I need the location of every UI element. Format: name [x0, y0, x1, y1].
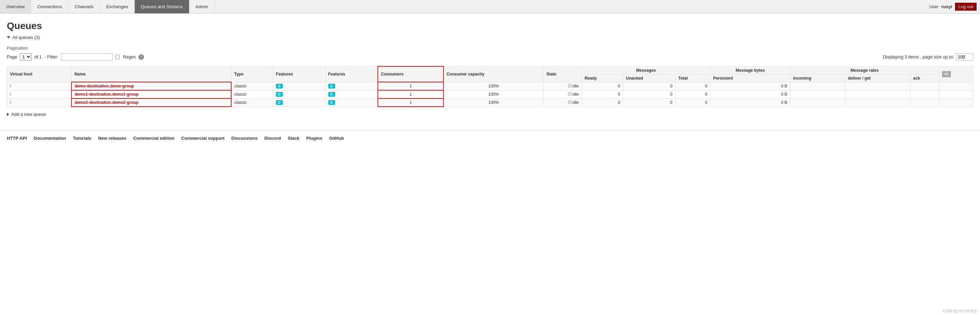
cell-feat1: D [273, 82, 325, 90]
cell-consumers: 1 [378, 82, 444, 90]
cell-total: 0 [675, 90, 710, 98]
col-toggle-button[interactable]: +/- [942, 71, 951, 77]
cell-type: classic [231, 82, 273, 90]
feature-badge: D [276, 100, 283, 105]
nav-overview[interactable]: Overview [0, 0, 31, 13]
col-type: Type [231, 66, 273, 82]
add-queue-row[interactable]: Add a new queue [7, 112, 973, 117]
all-queues-toggle[interactable]: All queues (3) [7, 35, 973, 40]
feature-badge: D [328, 92, 335, 97]
cell-persistent: 0 B [710, 98, 790, 107]
footer-link-discord[interactable]: Discord [264, 136, 281, 141]
cell-feat1: D [273, 90, 325, 98]
plus-minus-btn[interactable]: +/- [939, 66, 973, 82]
all-queues-label: All queues (3) [12, 35, 40, 40]
of-label: of 1 [34, 54, 42, 59]
footer-link-tutorials[interactable]: Tutorials [73, 136, 91, 141]
cell-feat2: D [325, 90, 378, 98]
footer-link-documentation[interactable]: Documentation [34, 136, 66, 141]
footer-link-new-releases[interactable]: New releases [98, 136, 126, 141]
help-icon[interactable]: ? [138, 54, 144, 60]
cell-unacked: 0 [623, 82, 675, 90]
pagination-row: Page 1 of 1 - Filter: Regex ? Displaying… [7, 53, 973, 60]
page-title: Queues [7, 21, 973, 32]
nav-admin[interactable]: Admin [189, 0, 215, 13]
cell-plus-minus [939, 98, 973, 107]
footer-link-commercial-edition[interactable]: Commercial edition [133, 136, 174, 141]
cell-state: idle [543, 98, 582, 107]
cell-feat2: D [325, 98, 378, 107]
cell-state: idle [543, 82, 582, 90]
cell-persistent: 0 B [710, 82, 790, 90]
state-dot [568, 100, 571, 104]
user-section: User ruoyi Log out [926, 0, 980, 13]
col-name: Name [72, 66, 231, 82]
cell-type: classic [231, 98, 273, 107]
col-features1: Features [273, 66, 325, 82]
user-label: User [929, 4, 938, 9]
cell-name: demo2-destination.demo2-group [72, 98, 231, 107]
displaying-label: Displaying 3 items , page size up to: [883, 54, 954, 59]
page-select[interactable]: 1 [20, 53, 32, 60]
nav-connections[interactable]: Connections [31, 0, 68, 13]
col-state: State [543, 66, 582, 82]
add-queue-icon [7, 113, 9, 116]
col-incoming: incoming [790, 74, 845, 82]
cell-total: 0 [675, 98, 710, 107]
username: ruoyi [941, 4, 952, 9]
cell-consumer-capacity: 100% [444, 90, 543, 98]
cell-unacked: 0 [623, 98, 675, 107]
cell-name: demo-destination.demo-group [72, 82, 231, 90]
page-content: Queues All queues (3) Pagination Page 1 … [0, 14, 980, 130]
cell-incoming [790, 90, 845, 98]
footer-link-slack[interactable]: Slack [288, 136, 299, 141]
col-features2: Features [325, 66, 378, 82]
col-unacked: Unacked [623, 74, 675, 82]
cell-ready: 0 [582, 98, 623, 107]
footer-link-commercial-support[interactable]: Commercial support [181, 136, 224, 141]
cell-ack [910, 90, 939, 98]
col-group-messages: Messages [582, 66, 710, 74]
pagination-right: Displaying 3 items , page size up to: 10… [883, 53, 973, 60]
cell-vhost: / [7, 90, 72, 98]
col-persistent: Persistent [710, 74, 790, 82]
cell-ack [910, 98, 939, 107]
regex-checkbox[interactable] [115, 55, 120, 59]
cell-state: idle [543, 90, 582, 98]
logout-button[interactable]: Log out [955, 3, 977, 11]
footer-link-github[interactable]: GitHub [329, 136, 344, 141]
cell-deliver-get [845, 82, 910, 90]
cell-ready: 0 [582, 90, 623, 98]
cell-consumers: 1 [378, 90, 444, 98]
cell-total: 0 [675, 82, 710, 90]
nav-exchanges[interactable]: Exchanges [100, 0, 134, 13]
col-virtual-host: Virtual host [7, 66, 72, 82]
feature-badge: D [276, 84, 283, 89]
cell-vhost: / [7, 98, 72, 107]
footer-link-http-api[interactable]: HTTP API [7, 136, 27, 141]
footer: HTTP APIDocumentationTutorialsNew releas… [0, 130, 980, 146]
regex-label: Regex [123, 54, 136, 59]
col-group-message-rates: Message rates [790, 66, 939, 74]
cell-feat2: D [325, 82, 378, 90]
top-navigation: Overview Connections Channels Exchanges … [0, 0, 980, 14]
filter-label: - Filter: [45, 54, 58, 59]
cell-ack [910, 82, 939, 90]
cell-plus-minus [939, 82, 973, 90]
cell-feat1: D [273, 98, 325, 107]
page-size-input[interactable]: 100 [956, 53, 973, 60]
cell-deliver-get [845, 98, 910, 107]
nav-channels[interactable]: Channels [68, 0, 100, 13]
nav-queues-streams[interactable]: Queues and Streams [135, 0, 189, 13]
footer-link-discussions[interactable]: Discussions [231, 136, 258, 141]
footer-link-plugins[interactable]: Plugins [306, 136, 323, 141]
page-label: Page [7, 54, 17, 59]
col-consumer-capacity: Consumer capacity [444, 66, 543, 82]
table-row: /demo-destination.demo-groupclassicDD110… [7, 82, 973, 90]
filter-input[interactable] [61, 53, 113, 60]
state-dot [568, 92, 571, 96]
col-total: Total [675, 74, 710, 82]
cell-consumer-capacity: 100% [444, 82, 543, 90]
cell-deliver-get [845, 90, 910, 98]
pagination-section-label: Pagination [7, 46, 973, 51]
